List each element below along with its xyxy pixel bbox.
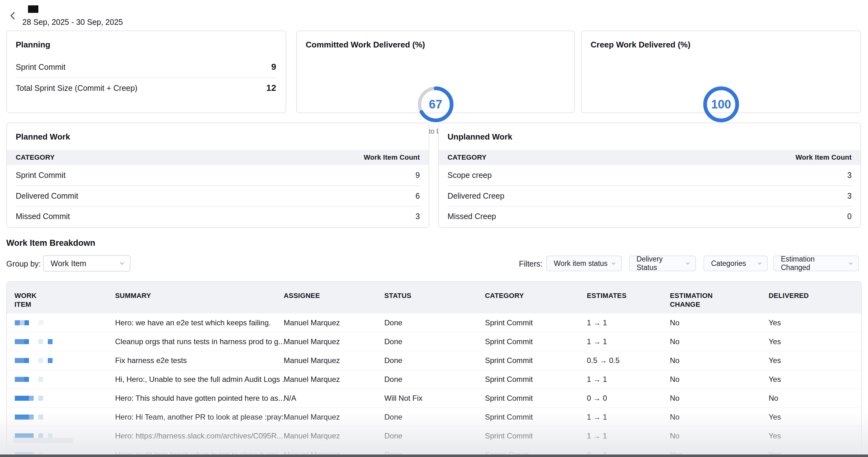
estimates-cell: 1 → 1	[587, 431, 670, 440]
chevron-down-icon	[611, 261, 616, 266]
planning-row-label: Sprint Commit	[16, 63, 65, 72]
delivered-cell: Yes	[769, 413, 854, 422]
assignee-cell: Manuel Marquez	[284, 356, 384, 365]
delivered-cell: Yes	[769, 356, 854, 365]
table-row[interactable]: Hi, Hero:, Unable to see the full admin …	[7, 370, 861, 389]
table-row: Delivered Creep 3	[447, 186, 851, 206]
summary-cell: Hero: https://harness.slack.com/archives…	[115, 431, 284, 440]
unplanned-work-title: Unplanned Work	[447, 132, 851, 142]
planning-row-label: Total Sprint Size (Commit + Creep)	[16, 84, 137, 93]
estimation-change-cell: No	[670, 356, 769, 365]
group-by-label: Group by:	[6, 259, 41, 268]
filter-categories[interactable]: Categories	[704, 256, 768, 271]
status-cell: Done	[384, 413, 485, 422]
estimation-change-cell: No	[670, 394, 769, 403]
unplanned-col-category: CATEGORY	[447, 153, 487, 162]
filter-label: Work item status	[554, 259, 608, 268]
work-item-link[interactable]	[14, 370, 115, 389]
col-work-item: WORK ITEM	[14, 291, 44, 309]
summary-cell: Fix harness e2e tests	[115, 356, 284, 365]
category-cell: Sprint Commit	[485, 337, 587, 346]
estimates-cell: 0 → 0	[587, 394, 670, 403]
estimation-change-cell: No	[670, 375, 769, 384]
filter-delivery-status[interactable]: Delivery Status	[629, 256, 696, 271]
work-item-breakdown-table: WORK ITEM SUMMARY ASSIGNEE STATUS CATEGO…	[6, 281, 862, 457]
work-item-link[interactable]	[14, 407, 115, 426]
count-cell: 6	[415, 191, 420, 200]
count-cell: 3	[847, 191, 851, 200]
category-cell: Sprint Commit	[485, 431, 587, 440]
col-category: CATEGORY	[485, 291, 524, 300]
count-cell: 3	[847, 171, 851, 180]
col-delivered: DELIVERED	[769, 291, 809, 300]
breakdown-table-header: WORK ITEM SUMMARY ASSIGNEE STATUS CATEGO…	[7, 282, 861, 313]
estimates-cell: 0.5 → 0.5	[587, 356, 670, 365]
estimation-change-cell: No	[670, 413, 769, 422]
table-row[interactable]: Fix harness e2e tests Manuel Marquez Don…	[7, 351, 861, 370]
committed-work-delivered-card: Committed Work Delivered (%) 67 Commit t…	[296, 31, 575, 113]
planned-work-table-header: CATEGORY Work Item Count	[7, 150, 429, 165]
unplanned-col-count: Work Item Count	[795, 153, 851, 162]
status-cell: Done	[384, 337, 485, 346]
chevron-down-icon	[757, 261, 762, 266]
table-row[interactable]: Hero: https://harness.slack.com/archives…	[7, 426, 861, 445]
col-assignee: ASSIGNEE	[284, 291, 320, 300]
status-cell: Done	[384, 431, 485, 440]
creep-gauge-value: 100	[582, 84, 861, 125]
category-cell: Missed Creep	[447, 212, 496, 221]
planning-card: Planning Sprint Commit 9 Total Sprint Si…	[6, 31, 286, 113]
planning-row-value: 12	[267, 83, 276, 93]
work-item-link[interactable]	[14, 389, 115, 407]
committed-gauge-value: 67	[297, 84, 574, 125]
table-row: Sprint Commit 9	[16, 165, 420, 186]
category-cell: Sprint Commit	[485, 318, 587, 327]
estimation-change-cell: No	[670, 318, 769, 327]
work-item-link[interactable]	[14, 351, 115, 370]
category-cell: Sprint Commit	[485, 394, 587, 403]
work-item-link[interactable]	[14, 313, 115, 332]
summary-cell: Hero: Hi Team, another PR to look at ple…	[115, 413, 284, 422]
redacted-work-item-block	[12, 438, 73, 443]
chevron-down-icon	[848, 261, 853, 266]
filters-label: Filters:	[513, 259, 542, 268]
back-button[interactable]	[7, 11, 18, 21]
group-by-select[interactable]: Work Item	[43, 255, 130, 271]
summary-cell: Hero: This should have gotten pointed he…	[115, 394, 284, 403]
work-item-breakdown-title: Work Item Breakdown	[6, 238, 95, 248]
planned-work-card: Planned Work CATEGORY Work Item Count Sp…	[6, 123, 429, 228]
assignee-cell: Manuel Marquez	[284, 337, 384, 346]
table-row[interactable]: Hero: Hi Team, another PR to look at ple…	[7, 407, 861, 426]
delivered-cell: Yes	[769, 431, 854, 440]
table-row[interactable]: Hero: This should have gotten pointed he…	[7, 389, 861, 407]
summary-cell: Cleanup orgs that runs tests in harness …	[115, 337, 284, 346]
planning-card-title: Planning	[16, 40, 277, 50]
chevron-down-icon	[119, 261, 125, 266]
committed-card-title: Committed Work Delivered (%)	[306, 40, 565, 50]
estimation-change-cell: No	[670, 337, 769, 346]
category-cell: Sprint Commit	[16, 171, 65, 180]
assignee-cell: N/A	[284, 394, 384, 403]
estimates-cell: 1 → 1	[587, 375, 670, 384]
filter-work-item-status[interactable]: Work item status	[546, 256, 622, 271]
work-item-link[interactable]	[14, 332, 115, 351]
status-cell: Done	[384, 318, 485, 327]
planned-col-count: Work Item Count	[364, 153, 420, 162]
summary-cell: Hero: we have an e2e test which keeps fa…	[115, 318, 284, 327]
delivered-cell: No	[769, 394, 854, 403]
unplanned-work-table-header: CATEGORY Work Item Count	[439, 150, 861, 165]
chevron-down-icon	[685, 261, 690, 266]
col-summary: SUMMARY	[115, 291, 151, 300]
filter-label: Categories	[711, 259, 746, 268]
status-cell: Done	[384, 375, 485, 384]
filter-estimation-changed[interactable]: Estimation Changed	[773, 256, 859, 271]
category-cell: Sprint Commit	[485, 375, 587, 384]
creep-work-delivered-card: Creep Work Delivered (%) 100 Creep Done …	[581, 31, 861, 113]
table-row[interactable]: Cleanup orgs that runs tests in harness …	[7, 332, 861, 351]
planned-col-category: CATEGORY	[16, 153, 55, 162]
table-row: Scope creep 3	[447, 165, 851, 186]
redacted-title-block	[28, 5, 38, 13]
category-cell: Delivered Commit	[16, 191, 78, 200]
table-row: Delivered Commit 6	[16, 186, 420, 206]
table-row[interactable]: Hero: we have an e2e test which keeps fa…	[7, 313, 861, 332]
count-cell: 3	[415, 212, 420, 221]
